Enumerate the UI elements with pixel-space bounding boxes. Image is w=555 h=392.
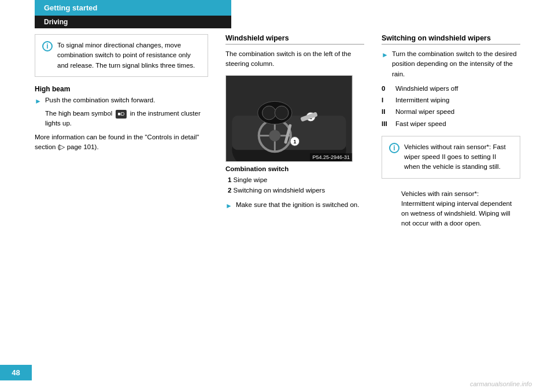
info-box-right-2: Vehicles with rain sensor*: Intermittent… [382, 183, 520, 235]
svg-point-11 [275, 106, 288, 120]
mid-column: Windshield wipers The combination switch… [225, 34, 364, 243]
ignition-step: ► Make sure that the ignition is switche… [225, 200, 364, 211]
high-beam-step1-text: Push the combination switch forward. [45, 95, 155, 106]
info-box-left: i To signal minor directional changes, m… [35, 34, 208, 77]
driving-subheader: Driving [35, 16, 231, 28]
switch-item-1: 1 Single wipe [228, 175, 364, 185]
watermark: carmanualsonline.info [470, 380, 532, 387]
wiper-settings-list: 0 Windshield wipers off I Intermittent w… [382, 84, 520, 129]
turn-step: ► Turn the combination switch to the des… [382, 49, 520, 79]
car-image-box: 1 2 P54.25-2946-31 [225, 75, 353, 162]
setting-I: I Intermittent wiping [382, 95, 520, 105]
switching-on-heading: Switching on windshield wipers [382, 34, 520, 45]
info-box-right-1: i Vehicles without rain sensor*: Fast wi… [382, 136, 520, 179]
page-number: 48 [0, 365, 32, 380]
setting-III: III Fast wiper speed [382, 119, 520, 129]
turn-step-text: Turn the combination switch to the desir… [392, 49, 520, 79]
arrow-icon-1: ► [35, 96, 42, 106]
subheader-title: Driving [44, 18, 68, 26]
info-text-2: Vehicles with rain sensor*: Intermittent… [401, 189, 513, 229]
getting-started-header: Getting started [35, 0, 231, 16]
caption-title: Combination switch [225, 165, 364, 172]
header-title: Getting started [44, 3, 97, 12]
svg-point-10 [262, 106, 276, 120]
ignition-step-text: Make sure that the ignition is switched … [236, 200, 360, 211]
windshield-wipers-heading: Windshield wipers [225, 34, 364, 45]
info-box-text: To signal minor directional changes, mov… [57, 40, 201, 71]
car-dashboard-image: 1 2 [226, 76, 352, 161]
info-spacer [382, 189, 397, 229]
switch-item-2: 2 Switching on windshield wipers [228, 185, 364, 195]
arrow-icon-2: ► [225, 201, 232, 211]
high-beam-title: High beam [35, 85, 208, 93]
combination-switch-items: 1 Single wipe 2 Switching on windshield … [225, 175, 364, 196]
setting-II: II Normal wiper speed [382, 107, 520, 117]
setting-0: 0 Windshield wipers off [382, 84, 520, 94]
right-column: Switching on windshield wipers ► Turn th… [382, 34, 520, 243]
info-icon-left: i [42, 41, 53, 51]
high-beam-step1: ► Push the combination switch forward. [35, 95, 208, 106]
high-beam-symbol: ■D [116, 110, 127, 119]
svg-text:1: 1 [293, 139, 296, 145]
left-column: i To signal minor directional changes, m… [35, 34, 208, 243]
high-beam-step2: The high beam symbol ■D in the instrumen… [45, 109, 208, 129]
high-beam-note: More information can be found in the "Co… [35, 132, 208, 153]
windshield-intro-text: The combination switch is on the left of… [225, 49, 364, 69]
info-text-1: Vehicles without rain sensor*: Fast wipe… [404, 142, 513, 172]
image-ref: P54.25-2946-31 [310, 153, 352, 161]
arrow-icon-3: ► [382, 50, 388, 79]
info-icon-right-1: i [389, 143, 399, 153]
svg-point-4 [269, 130, 280, 141]
